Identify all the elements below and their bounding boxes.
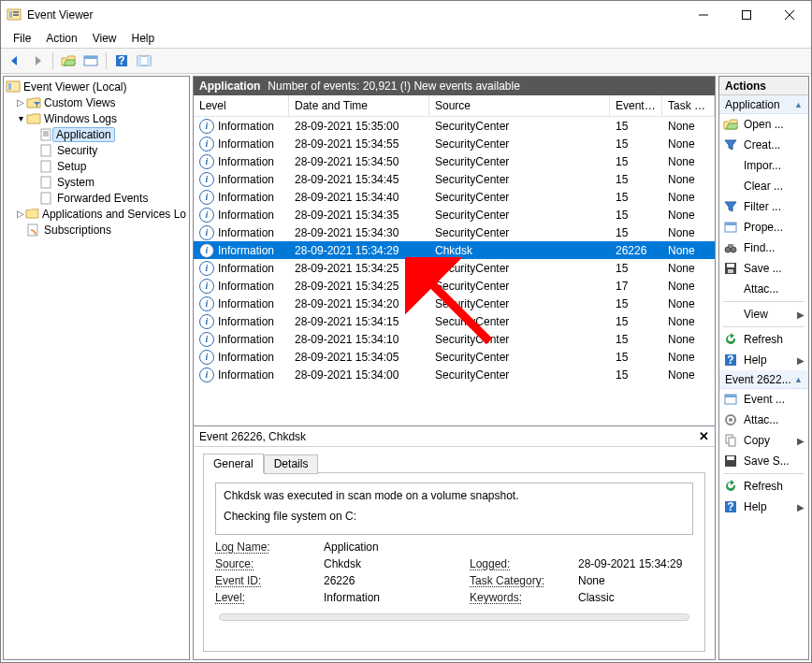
svg-rect-24 — [41, 193, 51, 204]
collapse-icon[interactable]: ▲ — [794, 375, 803, 384]
toolbar-panes[interactable] — [134, 50, 154, 71]
svg-point-39 — [729, 418, 732, 422]
row-eventid: 15 — [610, 366, 662, 383]
event-row[interactable]: iInformation28-09-2021 15:34:35SecurityC… — [194, 206, 715, 223]
action-find[interactable]: Find... — [719, 238, 808, 258]
row-taskcat: None — [662, 117, 715, 135]
detail-hscroll[interactable] — [219, 613, 689, 621]
minimize-button[interactable] — [682, 1, 725, 29]
action-filter[interactable]: Filter ... — [719, 196, 808, 217]
row-source: SecurityCenter — [429, 135, 610, 152]
tree-apps-services[interactable]: ▷ Applications and Services Lo — [6, 206, 187, 222]
col-eventid[interactable]: Event ID — [610, 95, 662, 116]
action-create-view[interactable]: Creat... — [719, 135, 808, 155]
event-row[interactable]: iInformation28-09-2021 15:34:10SecurityC… — [194, 330, 715, 348]
submenu-arrow-icon: ▶ — [797, 310, 805, 320]
folder-icon — [25, 207, 39, 222]
toolbar-properties[interactable] — [80, 50, 101, 71]
action-view[interactable]: View▶ — [719, 304, 808, 324]
info-icon: i — [199, 368, 214, 382]
row-date: 28-09-2021 15:34:55 — [289, 135, 429, 152]
action-refresh2[interactable]: Refresh — [719, 476, 808, 497]
close-button[interactable] — [768, 1, 811, 29]
event-row[interactable]: iInformation28-09-2021 15:34:50SecurityC… — [194, 152, 715, 170]
action-save[interactable]: Save ... — [719, 258, 808, 279]
window-title: Event Viewer — [27, 8, 682, 22]
menu-file[interactable]: File — [7, 31, 37, 46]
row-source: SecurityCenter — [429, 330, 610, 348]
row-eventid: 15 — [610, 135, 662, 152]
toolbar-back[interactable] — [5, 50, 25, 71]
tree-root[interactable]: Event Viewer (Local) — [6, 79, 187, 94]
expander-icon[interactable]: ▷ — [15, 97, 26, 108]
row-date: 28-09-2021 15:34:40 — [289, 188, 429, 206]
col-source[interactable]: Source — [429, 95, 610, 116]
tree-custom-views[interactable]: ▷ Custom Views — [6, 94, 187, 110]
action-copy[interactable]: Copy▶ — [719, 430, 808, 451]
row-eventid: 15 — [610, 312, 662, 330]
tree-setup[interactable]: Setup — [6, 158, 187, 174]
tree-security[interactable]: Security — [6, 142, 187, 158]
action-open[interactable]: Open ... — [719, 114, 808, 135]
action-event-props[interactable]: Event ... — [719, 389, 808, 410]
tab-details[interactable]: Details — [264, 454, 319, 474]
event-rows[interactable]: iInformation28-09-2021 15:35:00SecurityC… — [194, 117, 715, 423]
toolbar-help[interactable]: ? — [111, 50, 132, 71]
expander-icon[interactable]: ▷ — [15, 209, 25, 219]
event-row[interactable]: iInformation28-09-2021 15:34:45SecurityC… — [194, 170, 715, 188]
menu-help[interactable]: Help — [125, 31, 162, 46]
collapse-icon[interactable]: ▲ — [794, 100, 803, 109]
tree-subscriptions[interactable]: Subscriptions — [6, 222, 187, 238]
action-clear[interactable]: Clear ... — [719, 176, 808, 196]
info-icon: i — [199, 243, 214, 258]
column-header: Level Date and Time Source Event ID Task… — [194, 95, 715, 117]
tree-windows-logs[interactable]: ▾ Windows Logs — [6, 110, 187, 126]
help-icon: ? — [723, 499, 738, 514]
action-refresh[interactable]: Refresh — [719, 329, 808, 350]
menu-action[interactable]: Action — [39, 31, 83, 46]
kv-source-v: Chkdsk — [324, 557, 464, 570]
toolbar-open[interactable] — [58, 50, 79, 71]
action-help2[interactable]: ?Help▶ — [719, 497, 808, 517]
actions-pane: Actions Application ▲ Open ... Creat... … — [718, 76, 809, 660]
action-attach2[interactable]: Attac... — [719, 410, 808, 430]
tree-application[interactable]: Application — [6, 126, 187, 142]
attach-icon — [723, 412, 738, 427]
action-help[interactable]: ?Help▶ — [719, 350, 808, 370]
detail-close-button[interactable]: ✕ — [699, 429, 709, 443]
menu-view[interactable]: View — [86, 31, 123, 46]
event-row[interactable]: iInformation28-09-2021 15:34:25SecurityC… — [194, 259, 715, 277]
expander-icon[interactable]: ▾ — [15, 113, 26, 123]
svg-rect-9 — [84, 56, 97, 59]
event-row[interactable]: iInformation28-09-2021 15:34:30SecurityC… — [194, 223, 715, 241]
event-row[interactable]: iInformation28-09-2021 15:34:05SecurityC… — [194, 348, 715, 366]
event-row[interactable]: iInformation28-09-2021 15:34:20SecurityC… — [194, 295, 715, 312]
toolbar-forward[interactable] — [27, 50, 48, 71]
event-row[interactable]: iInformation28-09-2021 15:34:29Chkdsk262… — [194, 241, 715, 259]
row-level: Information — [218, 351, 274, 364]
event-list: Level Date and Time Source Event ID Task… — [194, 95, 715, 423]
event-row[interactable]: iInformation28-09-2021 15:34:15SecurityC… — [194, 312, 715, 330]
tree-system[interactable]: System — [6, 174, 187, 190]
col-taskcat[interactable]: Task Ca... — [662, 95, 715, 116]
event-row[interactable]: iInformation28-09-2021 15:34:00SecurityC… — [194, 366, 715, 383]
actions-title: Actions — [719, 77, 808, 95]
action-attach[interactable]: Attac... — [719, 279, 808, 299]
row-eventid: 26226 — [610, 241, 662, 259]
action-import[interactable]: Impor... — [719, 155, 808, 176]
event-row[interactable]: iInformation28-09-2021 15:34:40SecurityC… — [194, 188, 715, 206]
maximize-button[interactable] — [725, 1, 768, 29]
event-row[interactable]: iInformation28-09-2021 15:35:00SecurityC… — [194, 117, 715, 135]
detail-title: Event 26226, Chkdsk — [199, 430, 306, 443]
tab-general[interactable]: General — [203, 454, 264, 473]
action-properties[interactable]: Prope... — [719, 217, 808, 238]
event-row[interactable]: iInformation28-09-2021 15:34:55SecurityC… — [194, 135, 715, 152]
tree-forwarded[interactable]: Forwarded Events — [6, 190, 187, 206]
kv-eventid-v: 26226 — [324, 574, 464, 587]
action-save-selected[interactable]: Save S... — [719, 451, 808, 471]
col-date[interactable]: Date and Time — [289, 95, 429, 116]
help-icon: ? — [723, 353, 738, 368]
row-taskcat: None — [662, 152, 715, 170]
event-row[interactable]: iInformation28-09-2021 15:34:25SecurityC… — [194, 277, 715, 295]
col-level[interactable]: Level — [194, 95, 289, 116]
